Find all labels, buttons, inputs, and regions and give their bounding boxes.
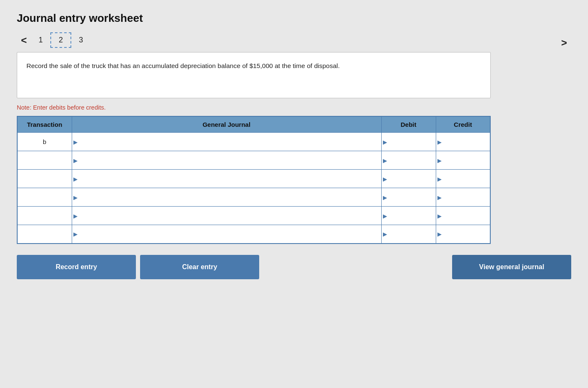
journal-arrow-4: ▶ — [73, 194, 78, 200]
debit-cell-5[interactable]: ▶ — [381, 207, 436, 225]
debit-arrow-1: ▶ — [383, 139, 387, 145]
table-row: ▶ ▶ ▶ — [17, 151, 490, 170]
transaction-cell-1: b — [17, 133, 72, 151]
clear-entry-button[interactable]: Clear entry — [140, 255, 259, 279]
debit-cell-2[interactable]: ▶ — [381, 151, 436, 170]
debit-cell-1[interactable]: ▶ — [381, 133, 436, 151]
journal-cell-6[interactable]: ▶ — [72, 225, 381, 244]
credit-arrow-3: ▶ — [437, 176, 442, 182]
page-title: Journal entry worksheet — [17, 12, 571, 25]
credit-arrow-4: ▶ — [437, 194, 442, 200]
nav-item-3[interactable]: 3 — [71, 33, 91, 47]
button-row: Record entry Clear entry View general jo… — [17, 255, 571, 279]
journal-cell-1[interactable]: ▶ — [72, 133, 381, 151]
note-text: Note: Enter debits before credits. — [17, 104, 571, 111]
transaction-cell-3 — [17, 170, 72, 188]
credit-arrow-2: ▶ — [437, 157, 442, 163]
credit-cell-5[interactable]: ▶ — [436, 207, 490, 225]
credit-arrow-6: ▶ — [437, 231, 442, 237]
debit-cell-6[interactable]: ▶ — [381, 225, 436, 244]
table-row: ▶ ▶ ▶ — [17, 188, 490, 207]
transaction-cell-4 — [17, 188, 72, 207]
table-row: ▶ ▶ ▶ — [17, 207, 490, 225]
journal-cell-3[interactable]: ▶ — [72, 170, 381, 188]
credit-cell-6[interactable]: ▶ — [436, 225, 490, 244]
credit-arrow-5: ▶ — [437, 212, 442, 219]
debit-arrow-2: ▶ — [383, 157, 387, 163]
journal-arrow-6: ▶ — [73, 231, 78, 237]
nav-row: < 1 2 3 > — [17, 32, 571, 48]
journal-table: Transaction General Journal Debit Credit… — [17, 116, 491, 244]
journal-arrow-2: ▶ — [73, 157, 78, 163]
nav-right-arrow[interactable]: > — [557, 37, 571, 49]
col-header-transaction: Transaction — [17, 116, 72, 133]
transaction-cell-6 — [17, 225, 72, 244]
nav-item-2[interactable]: 2 — [50, 32, 71, 48]
journal-arrow-1: ▶ — [73, 139, 78, 145]
col-header-debit: Debit — [381, 116, 436, 133]
table-header-row: Transaction General Journal Debit Credit — [17, 116, 490, 133]
debit-cell-3[interactable]: ▶ — [381, 170, 436, 188]
journal-arrow-3: ▶ — [73, 176, 78, 182]
page-wrapper: Journal entry worksheet < 1 2 3 > Record… — [0, 0, 588, 296]
journal-arrow-5: ▶ — [73, 212, 78, 219]
view-general-journal-button[interactable]: View general journal — [452, 255, 571, 279]
debit-arrow-4: ▶ — [383, 194, 387, 200]
credit-cell-3[interactable]: ▶ — [436, 170, 490, 188]
journal-cell-5[interactable]: ▶ — [72, 207, 381, 225]
nav-item-1[interactable]: 1 — [31, 33, 50, 47]
debit-arrow-5: ▶ — [383, 212, 387, 219]
credit-cell-2[interactable]: ▶ — [436, 151, 490, 170]
nav-left-arrow[interactable]: < — [17, 34, 31, 46]
debit-cell-4[interactable]: ▶ — [381, 188, 436, 207]
credit-arrow-1: ▶ — [437, 139, 442, 145]
transaction-value-1: b — [43, 138, 46, 145]
table-row: ▶ ▶ ▶ — [17, 225, 490, 244]
debit-arrow-3: ▶ — [383, 176, 387, 182]
col-header-general-journal: General Journal — [72, 116, 381, 133]
table-row: ▶ ▶ ▶ — [17, 170, 490, 188]
journal-cell-2[interactable]: ▶ — [72, 151, 381, 170]
debit-arrow-6: ▶ — [383, 231, 387, 237]
transaction-cell-2 — [17, 151, 72, 170]
col-header-credit: Credit — [436, 116, 490, 133]
transaction-cell-5 — [17, 207, 72, 225]
table-row: b ▶ ▶ ▶ — [17, 133, 490, 151]
description-box: Record the sale of the truck that has an… — [17, 52, 491, 98]
journal-cell-4[interactable]: ▶ — [72, 188, 381, 207]
credit-cell-4[interactable]: ▶ — [436, 188, 490, 207]
credit-cell-1[interactable]: ▶ — [436, 133, 490, 151]
record-entry-button[interactable]: Record entry — [17, 255, 136, 279]
